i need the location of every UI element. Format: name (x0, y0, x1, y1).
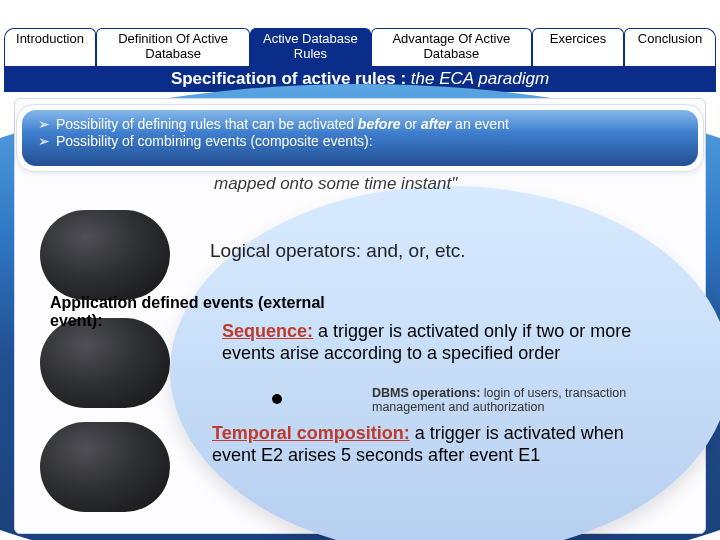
bullet-icon (272, 394, 282, 404)
banner-line1-mid: or (401, 116, 421, 132)
arrow-icon: ➢ (38, 133, 52, 150)
banner-line1-before: before (358, 116, 401, 132)
mid-quote: mapped onto some time instant" (214, 174, 584, 194)
banner-line2-text: Possibility of combining events (composi… (56, 133, 373, 149)
banner-line-2: ➢ Possibility of combining events (compo… (38, 133, 682, 150)
sequence-label: Sequence: (222, 321, 313, 341)
arrow-icon: ➢ (38, 116, 52, 133)
temporal-block: Temporal composition: a trigger is activ… (212, 422, 632, 466)
decor-pill-1 (40, 210, 170, 300)
dbms-bold: DBMS operations: (372, 386, 480, 400)
slide: Introduction Definition Of Active Databa… (0, 0, 720, 540)
dbms-line: DBMS operations: login of users, transac… (372, 386, 688, 414)
tab-advantage[interactable]: Advantage Of Active Database (371, 28, 532, 68)
tab-definition[interactable]: Definition Of Active Database (96, 28, 250, 68)
tab-row: Introduction Definition Of Active Databa… (4, 28, 716, 68)
highlight-banner-inner: ➢ Possibility of defining rules that can… (22, 110, 698, 166)
banner-line1-after: after (421, 116, 451, 132)
temporal-label: Temporal composition: (212, 423, 410, 443)
logical-operators-text: Logical operators: and, or, etc. (210, 240, 466, 262)
tab-exercices[interactable]: Exercices (532, 28, 624, 68)
banner-line1-post: an event (451, 116, 509, 132)
tab-introduction[interactable]: Introduction (4, 28, 96, 68)
sequence-block: Sequence: a trigger is activated only if… (222, 320, 632, 364)
tab-rules[interactable]: Active Database Rules (250, 28, 370, 68)
decor-pill-3 (40, 422, 170, 512)
tab-conclusion[interactable]: Conclusion (624, 28, 716, 68)
banner-line-1: ➢ Possibility of defining rules that can… (38, 116, 682, 133)
decor-pill-2 (40, 318, 170, 408)
highlight-banner: ➢ Possibility of defining rules that can… (16, 104, 704, 172)
banner-line1-pre: Possibility of defining rules that can b… (56, 116, 358, 132)
